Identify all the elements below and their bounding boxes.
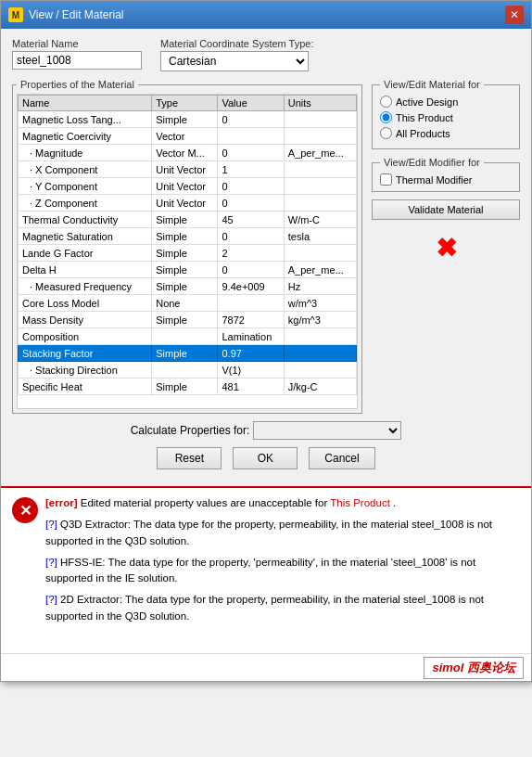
table-row[interactable]: · Stacking DirectionV(1) (19, 362, 357, 378)
table-row[interactable]: Delta HSimple0A_per_me... (19, 262, 357, 278)
coordinate-system-label: Material Coordinate System Type: (160, 38, 313, 49)
error-text-block: [error] Edited material property values … (45, 495, 520, 630)
calculate-label: Calculate Properties for: (131, 424, 250, 437)
col-header-type: Type (152, 96, 218, 111)
thermal-modifier-label: Thermal Modifier (396, 174, 473, 186)
cell-type: None (152, 295, 218, 312)
cell-value: 2 (218, 245, 284, 262)
radio-this-product-label: This Product (396, 112, 453, 123)
material-name-field: Material Name (12, 38, 142, 70)
view-edit-modifier-group: View/Edit Modifier for Thermal Modifier (372, 157, 520, 192)
cell-value: Lamination (218, 328, 284, 345)
cell-name: Magnetic Loss Tang... (19, 111, 152, 128)
cell-type (152, 362, 218, 378)
cell-value: 0 (218, 195, 284, 212)
radio-this-product[interactable]: This Product (380, 111, 512, 123)
error-panel: ✕ [error] Edited material property value… (1, 486, 531, 653)
cell-units (284, 345, 356, 362)
right-panel: View/Edit Material for Active Design Thi… (372, 79, 520, 414)
error-tag-hfss: [?] (45, 557, 57, 568)
radio-this-product-input[interactable] (380, 111, 392, 123)
cell-type: Vector (152, 128, 218, 145)
cell-name: Lande G Factor (19, 245, 152, 262)
table-row[interactable]: Magnetic CoercivityVector (19, 128, 357, 145)
cell-units: A_per_me... (284, 145, 356, 161)
error-tag-2d: [?] (45, 594, 57, 605)
cell-units (284, 128, 356, 145)
cell-name: · X Component (19, 161, 152, 178)
error-panel-inner: ✕ [error] Edited material property value… (12, 495, 520, 630)
ok-button[interactable]: OK (233, 447, 298, 469)
error-highlight: This Product (330, 497, 390, 508)
table-row[interactable]: · MagnitudeVector M...0A_per_me... (19, 145, 357, 161)
cell-name: · Magnitude (19, 145, 152, 161)
cell-value: 0 (218, 262, 284, 278)
table-row[interactable]: · X ComponentUnit Vector1 (19, 161, 357, 178)
table-row[interactable]: Mass DensitySimple7872kg/m^3 (19, 312, 357, 328)
table-row[interactable]: Magnetic SaturationSimple0tesla (19, 228, 357, 245)
cell-type (152, 328, 218, 345)
cell-value: 0 (218, 111, 284, 128)
cell-name: · Y Component (19, 178, 152, 195)
cell-value: 0 (218, 178, 284, 195)
error-main-line: [error] Edited material property values … (45, 495, 520, 511)
table-row[interactable]: Specific HeatSimple481J/kg-C (19, 378, 357, 395)
cell-value: 1 (218, 161, 284, 178)
properties-group: Properties of the Material Name Type Val… (12, 79, 362, 414)
view-edit-material-group: View/Edit Material for Active Design Thi… (372, 79, 520, 149)
thermal-modifier-checkbox[interactable] (380, 173, 392, 186)
table-row[interactable]: Lande G FactorSimple2 (19, 245, 357, 262)
properties-table-wrapper[interactable]: Name Type Value Units Magnetic Loss Tang… (17, 94, 358, 409)
table-row[interactable]: Thermal ConductivitySimple45W/m-C (19, 212, 357, 228)
close-button[interactable]: ✕ (505, 6, 524, 24)
radio-active-design-input[interactable] (380, 96, 392, 108)
material-name-input[interactable] (12, 51, 142, 70)
error-tag-q3d: [?] (45, 519, 57, 530)
cell-units: Hz (284, 278, 356, 295)
table-row[interactable]: · Z ComponentUnit Vector0 (19, 195, 357, 212)
app-icon: M (8, 7, 23, 22)
cell-units: W/m-C (284, 212, 356, 228)
cell-type: Simple (152, 278, 218, 295)
cell-type: Simple (152, 262, 218, 278)
cell-type: Unit Vector (152, 178, 218, 195)
table-row[interactable]: · Measured FrequencySimple9.4e+009Hz (19, 278, 357, 295)
calculate-dropdown: Calculate Properties for: (131, 421, 402, 440)
view-edit-material-label: View/Edit Material for (380, 79, 484, 90)
coordinate-system-select[interactable]: Cartesian Cylindrical Spherical (160, 51, 309, 71)
cell-units (284, 195, 356, 212)
cell-value: 0 (218, 228, 284, 245)
table-row[interactable]: Magnetic Loss Tang...Simple0 (19, 111, 357, 128)
cell-units (284, 328, 356, 345)
cell-name: Specific Heat (19, 378, 152, 395)
cell-value (218, 128, 284, 145)
table-row[interactable]: CompositionLamination (19, 328, 357, 345)
radio-all-products[interactable]: All Products (380, 127, 512, 139)
table-row[interactable]: Stacking FactorSimple0.97 (19, 345, 357, 362)
title-bar-left: M View / Edit Material (8, 7, 124, 22)
cell-type: Unit Vector (152, 195, 218, 212)
radio-all-products-input[interactable] (380, 127, 392, 139)
table-row[interactable]: · Y ComponentUnit Vector0 (19, 178, 357, 195)
reset-button[interactable]: Reset (157, 447, 222, 469)
cell-name: · Z Component (19, 195, 152, 212)
cell-type: Unit Vector (152, 161, 218, 178)
table-header-row: Name Type Value Units (19, 96, 357, 111)
cell-type: Vector M... (152, 145, 218, 161)
validate-material-button[interactable]: Validate Material (372, 199, 520, 220)
cell-value: 481 (218, 378, 284, 395)
error-dot: . (393, 497, 396, 508)
cancel-button[interactable]: Cancel (309, 447, 374, 469)
calculate-select[interactable] (253, 421, 401, 440)
error-line-2d: [?] 2D Extractor: The data type for the … (45, 592, 520, 624)
cell-value: 45 (218, 212, 284, 228)
calculate-row: Calculate Properties for: (12, 421, 520, 440)
col-header-units: Units (284, 96, 356, 111)
cell-units: kg/m^3 (284, 312, 356, 328)
table-row[interactable]: Core Loss ModelNonew/m^3 (19, 295, 357, 312)
radio-active-design[interactable]: Active Design (380, 96, 512, 108)
error-circle-icon: ✕ (12, 497, 38, 523)
error-text-2d: 2D Extractor: The data type for the prop… (45, 594, 484, 621)
thermal-modifier-option[interactable]: Thermal Modifier (380, 173, 512, 186)
cell-name: Stacking Factor (19, 345, 152, 362)
